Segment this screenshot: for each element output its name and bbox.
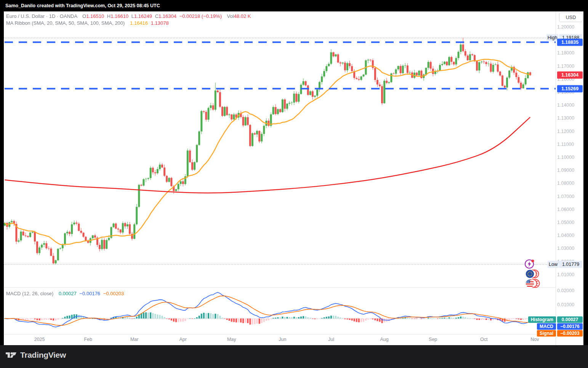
- sma200-value: 1.13078: [151, 20, 169, 26]
- price-tick-label: 1.17000: [557, 64, 583, 69]
- histogram-badge-label: Histogram: [528, 317, 556, 323]
- macd-hist-value: 0.00027: [59, 291, 77, 296]
- time-axis-label: Aug: [380, 337, 389, 342]
- resistance-price-badge: 1.18835: [557, 38, 583, 46]
- symbol-legend-row: Euro / U.S. Dollar · 1D · OANDA O1.16510…: [6, 13, 251, 19]
- low-tag: Low: [548, 261, 559, 268]
- price-tick-label: 1.07000: [557, 194, 583, 199]
- time-axis-label: Feb: [84, 337, 92, 342]
- tradingview-logo-icon: [5, 352, 17, 358]
- us-flag-event-icon[interactable]: [525, 278, 540, 290]
- ma-ribbon-title: MA Ribbon (SMA, 20, SMA, 50, SMA, 100, S…: [6, 20, 125, 26]
- macd-legend-title: MACD (12, 26, close): [6, 291, 53, 296]
- time-axis-label: Sep: [429, 337, 437, 342]
- close-value: 1.16304: [159, 13, 176, 19]
- price-tick-label: 1.03000: [557, 246, 583, 251]
- sma20-value: 1.16416: [130, 20, 148, 26]
- price-tick-label: 1.08000: [557, 181, 583, 186]
- high-tag: High: [546, 34, 558, 41]
- signal-badge-label: Signal: [537, 330, 556, 337]
- time-axis-label: Jun: [279, 337, 286, 342]
- price-tick-label: 1.05000: [557, 220, 583, 225]
- time-axis-label: Jul: [328, 337, 334, 342]
- footer-band: TradingView: [0, 345, 588, 368]
- price-tick-label: 1.01000: [557, 272, 583, 277]
- price-tick-label: 1.11000: [557, 142, 583, 147]
- low-value: 1.16249: [134, 13, 152, 19]
- price-chart-canvas[interactable]: [4, 11, 556, 287]
- price-tick-label: 1.09000: [557, 168, 583, 173]
- price-tick-label: 1.10000: [557, 155, 583, 160]
- last-price-badge: 1.16304: [557, 72, 583, 79]
- price-tick-label: 1.04000: [557, 233, 583, 238]
- low-value-tag: 1.01779: [559, 261, 582, 268]
- price-tick-label: 1.18000: [557, 50, 583, 56]
- price-tick-label: 1.14000: [557, 102, 583, 108]
- macd-tick-label: 0.01000: [557, 302, 583, 307]
- high-value: 1.16610: [111, 13, 128, 19]
- high-label: H: [107, 13, 111, 19]
- time-axis-label: 2025: [34, 337, 45, 342]
- open-value: 1.16510: [86, 13, 104, 19]
- signal-badge-value: −0.00203: [557, 330, 583, 337]
- brand-text: TradingView: [20, 350, 66, 360]
- symbol-title: Euro / U.S. Dollar · 1D · OANDA: [6, 13, 77, 19]
- macd-badge-label: MACD: [537, 323, 556, 330]
- tradingview-logo[interactable]: TradingView: [5, 350, 66, 360]
- panel-separator[interactable]: [4, 287, 583, 288]
- macd-line-value: −0.00176: [80, 291, 101, 296]
- macd-tick-label: 0.02000: [557, 288, 583, 293]
- attribution-text: Samo_Danilo created with TradingView.com…: [5, 3, 160, 8]
- close-label: C: [155, 13, 159, 19]
- price-tick-label: 1.20000: [557, 24, 583, 30]
- price-tick-label: 1.06000: [557, 207, 583, 212]
- macd-badge-value: −0.00176: [557, 323, 583, 330]
- price-tick-label: 1.13000: [557, 115, 583, 121]
- attribution-bar: Samo_Danilo created with TradingView.com…: [0, 0, 588, 11]
- open-label: O: [82, 13, 86, 19]
- time-axis-label: Apr: [179, 337, 186, 342]
- time-axis-label: Oct: [480, 337, 487, 342]
- currency-toggle-button[interactable]: USD: [559, 13, 583, 22]
- support-price-badge: 1.15269: [557, 85, 583, 92]
- time-axis-label: Nov: [530, 337, 539, 342]
- time-axis-label: May: [227, 337, 236, 342]
- change-value: −0.00218 (−0.19%): [179, 13, 222, 19]
- volume-label: Vol: [227, 13, 234, 19]
- time-axis-label: Mar: [130, 337, 139, 342]
- low-label: L: [131, 13, 134, 19]
- volume-value: 48.02 K: [234, 13, 251, 19]
- price-scale[interactable]: [556, 11, 583, 345]
- macd-signal-value: −0.00203: [103, 291, 124, 296]
- price-tick-label: 1.12000: [557, 129, 583, 134]
- histogram-badge-value: 0.00027: [557, 317, 583, 323]
- tradingview-snapshot: Samo_Danilo created with TradingView.com…: [0, 0, 588, 368]
- ma-ribbon-legend-row: MA Ribbon (SMA, 20, SMA, 50, SMA, 100, S…: [6, 20, 169, 26]
- macd-legend-row: MACD (12, 26, close) 0.00027 −0.00176 −0…: [6, 291, 124, 296]
